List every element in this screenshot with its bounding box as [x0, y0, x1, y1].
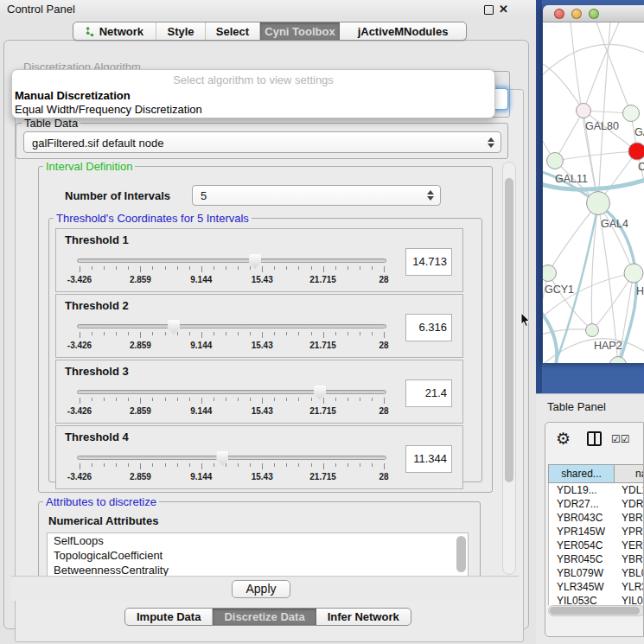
table-row[interactable]: YBL079WYBL0	[549, 566, 644, 580]
tab-jactivemnodules[interactable]: jActiveMNodules	[340, 22, 466, 40]
close-icon[interactable]: ✕	[499, 3, 508, 12]
list-item[interactable]: SelfLoops	[48, 533, 468, 548]
column-header-shared-name[interactable]: shared...	[548, 464, 614, 483]
network-node[interactable]	[547, 153, 564, 169]
slider-track[interactable]	[77, 390, 386, 394]
table-row[interactable]: YBR045CYBR0	[549, 552, 644, 566]
slider-track[interactable]	[77, 324, 386, 328]
network-graph: GAL80GACGAL11GAL4GCY1HHAP2	[543, 22, 644, 363]
network-edge[interactable]	[592, 273, 634, 330]
threshold-value-field[interactable]: 14.713	[405, 248, 452, 276]
threshold-panel-1: Threshold 1-3.4262.8599.14415.4321.71528…	[55, 228, 463, 292]
network-node[interactable]	[577, 104, 591, 118]
interval-definition-title: Interval Definition	[43, 161, 135, 173]
table-row[interactable]: YDL19...YDL1	[549, 483, 644, 497]
main-scrollbar-thumb[interactable]	[505, 178, 513, 482]
node-label: GAL11	[555, 173, 588, 185]
cell-name: YBL0	[615, 566, 644, 580]
tick-label: 21.715	[309, 472, 336, 481]
tab-network[interactable]: Network	[73, 22, 156, 40]
threshold-value-field[interactable]: 21.4	[405, 379, 452, 407]
network-node[interactable]	[624, 264, 643, 283]
table-hscrollbar-track[interactable]	[548, 605, 644, 616]
tick-label: 9.144	[190, 406, 212, 416]
tab-select[interactable]: Select	[206, 22, 260, 40]
cell-name: YPR1	[615, 525, 644, 539]
threshold-slider[interactable]: -3.4262.8599.14415.4321.71528	[77, 450, 386, 488]
network-node[interactable]	[587, 192, 610, 215]
slider-thumb[interactable]	[314, 386, 326, 400]
list-item[interactable]: TopologicalCoefficient	[48, 548, 468, 563]
threshold-slider[interactable]: -3.4262.8599.14415.4321.71528	[77, 253, 386, 291]
threshold-value-field[interactable]: 11.344	[405, 445, 452, 473]
network-edge[interactable]	[543, 44, 644, 74]
tick-label: 28	[379, 406, 388, 416]
close-traffic-light-icon[interactable]	[554, 9, 564, 19]
network-node[interactable]	[623, 105, 640, 122]
bottom-tab-discretize-data[interactable]: Discretize Data	[213, 609, 316, 625]
dropdown-item-equal-width-frequency[interactable]: Equal Width/Frequency Discretization	[15, 103, 202, 116]
threshold-slider[interactable]: -3.4262.8599.14415.4321.71528	[77, 385, 386, 423]
column-header-name[interactable]: na	[614, 464, 644, 483]
network-node[interactable]	[610, 357, 627, 364]
bottom-tab-infer-network[interactable]: Infer Network	[316, 609, 411, 625]
slider-thumb[interactable]	[216, 451, 228, 466]
slider-thumb[interactable]	[249, 254, 261, 269]
apply-button[interactable]: Apply	[232, 580, 290, 598]
table-panel: Table Panel ⚙ ☑☑ shared... na YDL19...YD…	[536, 393, 644, 644]
minimize-traffic-light-icon[interactable]	[571, 9, 582, 19]
table-row[interactable]: YLR345WYLR3	[549, 580, 644, 594]
network-node[interactable]	[543, 265, 557, 282]
list-scrollbar[interactable]	[456, 536, 466, 572]
number-of-intervals-combobox[interactable]: 5	[192, 185, 441, 206]
slider-tick-labels: -3.4262.8599.14415.4321.71528	[80, 472, 384, 482]
table-row[interactable]: YER054CYER0	[549, 539, 644, 552]
tick-label: -3.426	[67, 472, 92, 481]
main-scrollbar-track[interactable]	[502, 162, 516, 575]
tab-style[interactable]: Style	[156, 22, 206, 40]
tab-cyni-toolbox[interactable]: Cyni Toolbox	[260, 22, 340, 40]
threshold-value-field[interactable]: 6.316	[405, 314, 452, 341]
tick-label: 28	[379, 472, 388, 481]
table-panel-title: Table Panel	[547, 400, 606, 413]
list-item[interactable]: BetweennessCentrality	[48, 563, 468, 576]
network-node[interactable]	[586, 324, 599, 337]
threshold-label: Threshold 4	[65, 430, 129, 443]
table-row[interactable]: YPR145WYPR1	[549, 525, 644, 539]
split-columns-icon[interactable]	[587, 431, 602, 446]
threshold-slider[interactable]: -3.4262.8599.14415.4321.71528	[77, 319, 386, 357]
algorithm-dropdown-popup: Select algorithm to view settings Manual…	[11, 69, 495, 118]
table-hscrollbar-thumb[interactable]	[550, 607, 640, 615]
slider-tick-labels: -3.4262.8599.14415.4321.71528	[80, 275, 384, 285]
slider-ticks	[80, 398, 384, 405]
tick-label: 15.43	[252, 341, 273, 350]
cell-shared-name: YPR145W	[549, 525, 615, 539]
threshold-label: Threshold 2	[65, 299, 129, 312]
network-edge[interactable]	[555, 151, 637, 161]
network-edge[interactable]	[543, 273, 634, 321]
cell-name: YER0	[615, 539, 644, 552]
network-window-titlebar[interactable]	[543, 5, 644, 22]
bottom-tab-impute-data[interactable]: Impute Data	[125, 609, 213, 625]
float-window-icon[interactable]	[484, 5, 494, 15]
network-edge[interactable]	[598, 22, 610, 203]
slider-track[interactable]	[77, 456, 386, 460]
slider-thumb[interactable]	[168, 320, 180, 335]
bottom-tab-label: Impute Data	[137, 610, 201, 623]
table-row[interactable]: YDR27...YDR2	[549, 497, 644, 511]
slider-track[interactable]	[77, 258, 386, 263]
network-edge[interactable]	[596, 22, 631, 113]
network-edge[interactable]	[543, 64, 583, 111]
network-node[interactable]	[628, 143, 644, 160]
table-row[interactable]: YBR043CYBR0	[549, 511, 644, 525]
node-label: GCY1	[545, 284, 574, 296]
network-edge[interactable]	[555, 111, 583, 161]
gear-icon[interactable]: ⚙	[556, 430, 571, 447]
numerical-attributes-list[interactable]: SelfLoopsTopologicalCoefficientBetweenne…	[47, 532, 469, 576]
zoom-traffic-light-icon[interactable]	[589, 9, 599, 19]
checkboxes-icon[interactable]: ☑☑	[611, 433, 630, 445]
network-canvas[interactable]: GAL80GACGAL11GAL4GCY1HHAP2	[543, 22, 644, 363]
table-row[interactable]: YIL053CYIL0	[549, 594, 644, 605]
dropdown-item-manual-discretization[interactable]: Manual Discretization	[15, 89, 131, 102]
table-data-combobox[interactable]: galFiltered.sif default node	[23, 131, 501, 153]
